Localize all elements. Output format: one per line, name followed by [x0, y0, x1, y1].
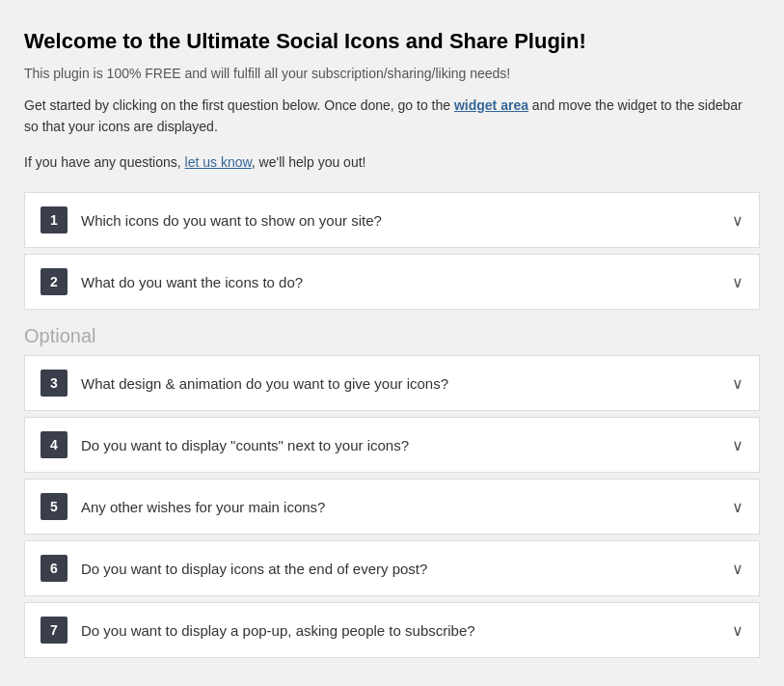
question-part2: , we'll help you out! [252, 154, 366, 170]
chevron-icon-3: ∨ [732, 374, 743, 393]
chevron-icon-1: ∨ [732, 211, 743, 230]
number-badge-5: 5 [41, 493, 68, 520]
number-badge-7: 7 [41, 617, 68, 644]
accordion-item-2[interactable]: 2 What do you want the icons to do? ∨ [24, 254, 760, 310]
number-badge-3: 3 [41, 370, 68, 397]
chevron-icon-6: ∨ [732, 560, 743, 578]
subtitle-text: This plugin is 100% FREE and will fulfil… [24, 66, 760, 81]
description-part1: Get started by clicking on the first que… [24, 97, 454, 113]
accordion-label-5: Any other wishes for your main icons? [81, 499, 722, 515]
accordion-label-2: What do you want the icons to do? [81, 274, 722, 290]
widget-area-link[interactable]: widget area [454, 97, 528, 113]
chevron-icon-7: ∨ [732, 621, 743, 640]
question-text: If you have any questions, let us know, … [24, 151, 760, 173]
accordion-item-6[interactable]: 6 Do you want to display icons at the en… [24, 540, 760, 596]
number-badge-4: 4 [41, 431, 68, 458]
page-container: Welcome to the Ultimate Social Icons and… [19, 19, 765, 673]
accordion-label-3: What design & animation do you want to g… [81, 375, 722, 392]
optional-label: Optional [24, 325, 760, 347]
accordion-item-5[interactable]: 5 Any other wishes for your main icons? … [24, 479, 760, 535]
chevron-icon-5: ∨ [732, 498, 743, 516]
accordion-label-6: Do you want to display icons at the end … [81, 561, 722, 577]
accordion-item-7[interactable]: 7 Do you want to display a pop-up, askin… [24, 602, 760, 658]
accordion-label-4: Do you want to display "counts" next to … [81, 437, 722, 453]
chevron-icon-4: ∨ [732, 436, 743, 454]
page-title: Welcome to the Ultimate Social Icons and… [24, 29, 760, 54]
question-part1: If you have any questions, [24, 154, 185, 170]
let-us-know-link[interactable]: let us know [185, 154, 252, 170]
description-text: Get started by clicking on the first que… [24, 95, 760, 138]
number-badge-6: 6 [41, 555, 68, 582]
accordion-label-1: Which icons do you want to show on your … [81, 212, 722, 229]
chevron-icon-2: ∨ [732, 273, 743, 291]
number-badge-1: 1 [41, 206, 68, 233]
accordion-label-7: Do you want to display a pop-up, asking … [81, 622, 722, 639]
accordion-item-1[interactable]: 1 Which icons do you want to show on you… [24, 192, 760, 248]
accordion-item-4[interactable]: 4 Do you want to display "counts" next t… [24, 417, 760, 473]
number-badge-2: 2 [41, 268, 68, 295]
accordion-item-3[interactable]: 3 What design & animation do you want to… [24, 355, 760, 411]
